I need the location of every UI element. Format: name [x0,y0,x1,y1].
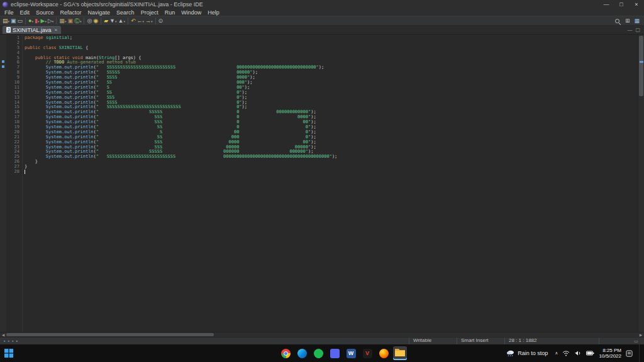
dropdown-caret-icon: ▾ [45,18,47,25]
code-line: } [25,165,638,170]
forward-icon[interactable]: →▾ [145,17,153,25]
code-line: System.out.println(" SSSSSSSSSSSSSSSSSSS… [25,155,638,160]
menu-run[interactable]: Run [162,9,179,16]
next-annotation-icon[interactable]: ▼▾ [109,17,117,25]
java-perspective-icon[interactable]: ▦ [633,17,640,25]
writable-indicator: Writable [409,337,457,344]
save-icon[interactable]: ▣ [10,17,17,25]
battery-icon[interactable] [586,351,594,356]
spotify-icon[interactable] [311,346,325,360]
menu-project[interactable]: Project [138,9,162,16]
maximize-view-icon[interactable]: ▢ [635,27,640,33]
text-cursor [25,170,25,174]
search-icon[interactable]: ◉ [92,17,99,25]
code-line: } [25,160,638,165]
close-button[interactable]: × [629,0,644,9]
network-icon[interactable] [562,350,570,356]
git-status-icon[interactable]: ▪ [8,337,9,344]
toolbar-right: ⊞▦ [614,17,642,25]
toolbar-separator [101,18,101,25]
weather-label: Rain to stop [518,350,548,356]
pin-editor-icon[interactable]: ⊙ [158,17,164,25]
menu-navigate[interactable]: Navigate [85,9,114,16]
start-button[interactable] [4,349,13,358]
quick-search-icon[interactable] [614,17,621,25]
taskbar-clock[interactable]: 8:25 PM 10/5/2022 [599,348,621,359]
system-tray: Rain to stop ∧ [506,344,641,362]
workspace-status-icon[interactable]: ▪ [4,337,5,344]
eclipse-logo-icon [3,2,8,8]
toolbar-separator [56,18,57,25]
toolbar-separator [25,18,26,25]
minimize-view-icon[interactable]: — [627,27,632,33]
edge-icon[interactable] [295,346,309,360]
vertical-scrollbar-thumb[interactable] [639,36,643,96]
run-icon[interactable]: ▶▾ [40,17,47,25]
menu-window[interactable]: Window [178,9,204,16]
scroll-left-icon[interactable]: ◀ [0,332,6,337]
word-icon[interactable]: W [344,346,358,360]
horizontal-scrollbar[interactable]: ◀ ▶ [0,332,644,337]
toolbar-left: ▤▾▣▭●▾▮▾▶▾▷▾▦▾▣Ⓒ▾◎◉▰▼▾▲▾↶←▾→▾⊙ [2,17,164,25]
build-status-icon[interactable]: ▪ [16,337,17,344]
new-class-icon[interactable]: Ⓒ▾ [74,17,82,25]
vlc-icon[interactable]: V [360,346,374,360]
last-edit-location-icon[interactable]: ↶ [130,17,136,25]
title-bar: eclipse-Workspace - SGA's objects/src/sg… [0,0,644,9]
new-java-project-icon[interactable]: ▦▾ [58,17,67,25]
progress-icon: ▭ [634,339,644,344]
volume-icon[interactable] [574,350,582,356]
menu-search[interactable]: Search [113,9,138,16]
minimize-button[interactable]: — [599,0,614,9]
firefox-icon[interactable] [377,346,391,360]
external-tools-icon[interactable]: ▷▾ [47,17,54,25]
new-package-icon[interactable]: ▣ [67,17,74,25]
previous-annotation-icon[interactable]: ▲▾ [118,17,126,25]
windows-logo-icon [4,349,13,358]
open-perspective-icon[interactable]: ⊞ [625,17,631,25]
coverage-icon[interactable]: ▮▾ [34,17,40,25]
print-icon[interactable]: ▭ [17,17,24,25]
show-desktop-button[interactable] [639,344,641,362]
menu-refactor[interactable]: Refactor [57,9,85,16]
discord-icon[interactable] [328,346,341,360]
notification-center-icon[interactable] [626,350,633,357]
toolbar-separator [128,18,128,25]
tab-sxinitial-java[interactable]: J SXINITIAL.java × [3,26,61,34]
dropdown-caret-icon: ▾ [142,18,144,25]
console-status-icon[interactable]: ▪ [12,337,13,344]
overview-task-marker [640,61,643,63]
clock-time: 8:25 PM [599,348,621,354]
hidden-icons-chevron-icon[interactable]: ∧ [555,351,558,356]
horizontal-scrollbar-thumb[interactable] [6,333,214,336]
tab-label: SXINITIAL.java [13,27,52,33]
chrome-icon[interactable] [279,346,292,360]
menu-help[interactable]: Help [204,9,223,16]
dropdown-caret-icon: ▾ [80,18,82,25]
window-title: eclipse-Workspace - SGA's objects/src/sg… [11,1,203,8]
eclipse-window: eclipse-Workspace - SGA's objects/src/sg… [0,0,644,362]
menu-edit[interactable]: Edit [17,9,33,16]
insert-mode-indicator: Smart Insert [457,337,504,344]
debug-icon[interactable]: ●▾ [28,17,34,25]
scroll-right-icon[interactable]: ▶ [638,332,644,337]
maximize-button[interactable]: □ [614,0,629,9]
line-number-gutter[interactable]: 1234567891011121314151617181920212223242… [6,35,23,332]
file-explorer-icon[interactable] [393,346,407,360]
open-type-icon[interactable]: ◎ [86,17,92,25]
tab-close-icon[interactable]: × [55,27,58,33]
annotation-ruler[interactable] [0,35,6,332]
code-area[interactable]: package sginitial;public class SXINITIAL… [23,35,638,332]
rain-cloud-icon [506,349,515,357]
line-number[interactable]: 28 [6,170,19,175]
vertical-scrollbar[interactable] [638,35,644,332]
weather-widget[interactable]: Rain to stop [506,349,550,357]
cursor-position: 28 : 1 : 1882 [504,337,599,344]
back-icon[interactable]: ←▾ [136,17,145,25]
new-wizard-icon[interactable]: ▤▾ [2,17,10,25]
windows-taskbar: WV Rain to stop ∧ [0,344,644,362]
clock-date: 10/5/2022 [599,353,621,359]
menu-source[interactable]: Source [33,9,57,16]
mark-occurrences-icon[interactable]: ▰ [103,17,109,25]
menu-file[interactable]: File [1,9,17,16]
